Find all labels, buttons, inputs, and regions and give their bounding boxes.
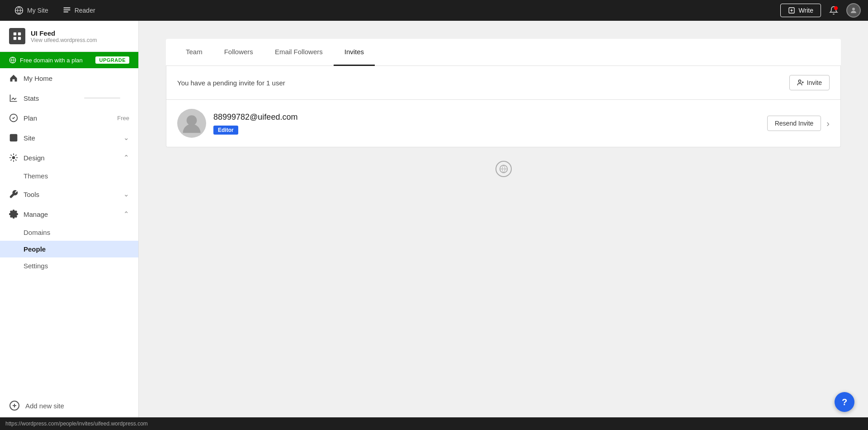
add-site-label: Add new site bbox=[25, 402, 64, 410]
sidebar-nav: My Home Stats Plan Free bbox=[0, 68, 138, 274]
chevron-right-icon[interactable]: › bbox=[826, 118, 830, 129]
sidebar-item-themes[interactable]: Themes bbox=[0, 168, 138, 184]
upgrade-text: Free domain with a plan bbox=[20, 57, 83, 64]
user-avatar-icon bbox=[177, 109, 206, 138]
manage-icon bbox=[9, 210, 18, 219]
plan-badge: Free bbox=[117, 115, 129, 122]
my-site-label: My Site bbox=[27, 7, 48, 14]
tab-invites[interactable]: Invites bbox=[334, 39, 375, 66]
invite-header: You have a pending invite for 1 user Inv… bbox=[166, 66, 840, 100]
my-home-label: My Home bbox=[24, 75, 129, 82]
domains-label: Domains bbox=[24, 229, 50, 236]
sidebar: UI Feed View uifeed.wordpress.com Free d… bbox=[0, 21, 139, 417]
design-label: Design bbox=[24, 154, 118, 162]
manage-label: Manage bbox=[24, 210, 118, 218]
plan-label: Plan bbox=[24, 114, 112, 122]
svg-point-7 bbox=[834, 6, 838, 10]
site-info: UI Feed View uifeed.wordpress.com bbox=[31, 29, 97, 43]
people-label: People bbox=[24, 245, 46, 253]
content-footer bbox=[166, 147, 841, 191]
upgrade-banner-left: Free domain with a plan bbox=[9, 56, 83, 64]
sidebar-item-people[interactable]: People bbox=[0, 241, 138, 257]
help-button[interactable]: ? bbox=[835, 392, 854, 412]
reader-label: Reader bbox=[75, 7, 95, 14]
svg-point-8 bbox=[852, 8, 855, 10]
site-name: UI Feed bbox=[31, 29, 97, 37]
stats-label: Stats bbox=[24, 94, 70, 102]
tab-email-followers[interactable]: Email Followers bbox=[264, 39, 334, 66]
user-info: 88999782@uifeed.com Editor bbox=[213, 112, 760, 135]
help-icon: ? bbox=[842, 397, 847, 407]
design-icon bbox=[9, 153, 18, 162]
svg-rect-12 bbox=[18, 37, 21, 40]
main-layout: UI Feed View uifeed.wordpress.com Free d… bbox=[0, 21, 868, 417]
site-icon bbox=[9, 133, 18, 142]
tools-chevron: ⌄ bbox=[123, 190, 129, 198]
tools-icon bbox=[9, 190, 18, 199]
site-chevron: ⌄ bbox=[123, 134, 129, 142]
add-person-icon bbox=[797, 79, 804, 86]
tab-followers[interactable]: Followers bbox=[213, 39, 264, 66]
write-icon bbox=[788, 7, 795, 14]
sidebar-item-settings[interactable]: Settings bbox=[0, 257, 138, 274]
svg-rect-2 bbox=[63, 9, 70, 10]
svg-point-18 bbox=[13, 157, 15, 159]
home-icon bbox=[9, 74, 18, 83]
user-row: 88999782@uifeed.com Editor Resend Invite… bbox=[166, 100, 840, 147]
svg-rect-15 bbox=[10, 135, 17, 141]
sidebar-item-domains[interactable]: Domains bbox=[0, 224, 138, 241]
svg-rect-3 bbox=[63, 11, 68, 12]
pending-invite-text: You have a pending invite for 1 user bbox=[177, 79, 285, 87]
reader-nav-item[interactable]: Reader bbox=[56, 0, 103, 21]
notifications-icon[interactable] bbox=[826, 3, 841, 18]
sidebar-item-tools[interactable]: Tools ⌄ bbox=[0, 184, 138, 204]
sidebar-item-plan[interactable]: Plan Free bbox=[0, 108, 138, 128]
top-navigation: My Site Reader Write bbox=[0, 0, 868, 21]
resend-invite-button[interactable]: Resend Invite bbox=[767, 116, 821, 131]
upgrade-badge[interactable]: UPGRADE bbox=[95, 56, 129, 64]
my-site-nav-item[interactable]: My Site bbox=[7, 0, 56, 21]
tab-team[interactable]: Team bbox=[175, 39, 213, 66]
svg-rect-9 bbox=[14, 33, 16, 35]
site-header[interactable]: UI Feed View uifeed.wordpress.com bbox=[0, 21, 138, 52]
write-button[interactable]: Write bbox=[780, 4, 821, 17]
invite-button[interactable]: Invite bbox=[789, 75, 830, 90]
bottom-bar-url: https://wordpress.com/people/invites/uif… bbox=[5, 421, 148, 427]
upgrade-banner[interactable]: Free domain with a plan UPGRADE bbox=[0, 52, 138, 68]
main-content: Team Followers Email Followers Invites Y… bbox=[139, 21, 868, 417]
stats-icon bbox=[9, 93, 18, 103]
domain-icon bbox=[9, 56, 16, 64]
invite-btn-label: Invite bbox=[807, 79, 822, 86]
reader-icon bbox=[63, 6, 71, 14]
role-badge: Editor bbox=[213, 126, 238, 135]
settings-label: Settings bbox=[24, 262, 48, 270]
top-nav-right: Write bbox=[780, 3, 861, 18]
manage-chevron: ⌃ bbox=[123, 210, 129, 218]
design-chevron: ⌃ bbox=[123, 154, 129, 162]
bottom-bar: https://wordpress.com/people/invites/uif… bbox=[0, 417, 868, 430]
add-new-site-button[interactable]: Add new site bbox=[0, 394, 138, 417]
sidebar-item-site[interactable]: Site ⌄ bbox=[0, 128, 138, 148]
themes-label: Themes bbox=[24, 172, 48, 180]
invite-section: You have a pending invite for 1 user Inv… bbox=[166, 66, 841, 147]
svg-rect-11 bbox=[14, 37, 16, 40]
user-avatar[interactable] bbox=[846, 3, 861, 18]
sidebar-item-stats[interactable]: Stats bbox=[0, 88, 138, 108]
user-email: 88999782@uifeed.com bbox=[213, 112, 760, 122]
sidebar-item-design[interactable]: Design ⌃ bbox=[0, 148, 138, 168]
site-url: View uifeed.wordpress.com bbox=[31, 37, 97, 43]
add-site-icon bbox=[9, 400, 20, 411]
stats-bar bbox=[84, 98, 120, 98]
svg-point-23 bbox=[798, 80, 801, 82]
svg-point-26 bbox=[187, 115, 197, 126]
sidebar-item-my-home[interactable]: My Home bbox=[0, 68, 138, 88]
sidebar-item-manage[interactable]: Manage ⌃ bbox=[0, 204, 138, 224]
tabs-container: Team Followers Email Followers Invites bbox=[166, 39, 841, 66]
site-label: Site bbox=[24, 134, 118, 142]
user-actions: Resend Invite › bbox=[767, 116, 830, 131]
svg-rect-10 bbox=[18, 33, 21, 35]
wordpress-footer-logo bbox=[495, 161, 512, 177]
site-icon bbox=[9, 28, 25, 44]
tools-label: Tools bbox=[24, 191, 118, 198]
wordpress-icon bbox=[14, 6, 24, 15]
